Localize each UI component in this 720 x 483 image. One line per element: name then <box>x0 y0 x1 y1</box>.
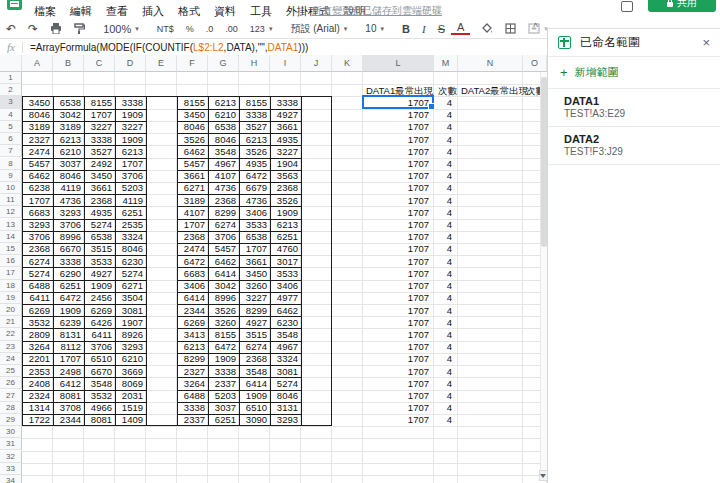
grid-cell[interactable]: 1314 <box>22 402 53 414</box>
grid-cell[interactable]: 6274 <box>22 256 53 268</box>
result-cell[interactable]: 1707 <box>363 353 434 365</box>
result-cell[interactable]: 4 <box>434 170 458 182</box>
result-cell[interactable]: 1707 <box>363 219 434 231</box>
grid-cell[interactable]: 8299 <box>239 305 270 317</box>
result-cell[interactable]: 4 <box>434 97 458 109</box>
grid-cell[interactable]: 3533 <box>84 256 115 268</box>
result-cell[interactable]: 1707 <box>363 121 434 133</box>
grid-cell[interactable]: 6411 <box>84 329 115 341</box>
row-header-22[interactable]: 22 <box>0 328 22 340</box>
grid-cell[interactable]: 2031 <box>115 390 146 402</box>
col-header-D[interactable]: D <box>115 55 146 72</box>
grid-cell[interactable]: 2324 <box>22 390 53 402</box>
grid-cell[interactable]: 6683 <box>177 268 208 280</box>
col-header-I[interactable]: I <box>270 55 301 72</box>
grid-cell[interactable]: 3533 <box>239 219 270 231</box>
increase-decimal-button[interactable]: .00 <box>219 24 244 34</box>
grid-cell[interactable]: 6472 <box>208 341 239 353</box>
grid-cell[interactable]: 3450 <box>22 97 53 109</box>
grid-cell[interactable]: 6472 <box>53 292 84 304</box>
row-header-21[interactable]: 21 <box>0 316 22 328</box>
grid-cell[interactable]: 6274 <box>239 341 270 353</box>
print-icon[interactable] <box>44 23 68 34</box>
grid-cell[interactable]: 1707 <box>84 109 115 121</box>
grid-cell[interactable]: 8926 <box>115 329 146 341</box>
row-header-25[interactable]: 25 <box>0 365 22 377</box>
grid-cell[interactable]: 3189 <box>177 195 208 207</box>
grid-cell[interactable]: 8046 <box>53 170 84 182</box>
grid-cell[interactable]: 3324 <box>115 231 146 243</box>
save-status[interactable]: 所有變更都已儲存到雲端硬碟 <box>312 4 442 18</box>
grid-cell[interactable]: 6230 <box>270 317 301 329</box>
result-cell[interactable]: 1707 <box>363 366 434 378</box>
col-header-N[interactable]: N <box>458 55 523 72</box>
result-cell[interactable]: 4 <box>434 256 458 268</box>
grid-cell[interactable]: 3706 <box>84 341 115 353</box>
grid-cell[interactable]: 4107 <box>177 207 208 219</box>
grid-cell[interactable]: 3515 <box>239 329 270 341</box>
grid-cell[interactable]: 6251 <box>115 207 146 219</box>
result-cell[interactable]: 4 <box>434 402 458 414</box>
grid-cell[interactable]: 8046 <box>208 134 239 146</box>
grid-cell[interactable]: 1707 <box>22 195 53 207</box>
grid-cell[interactable]: 3661 <box>270 121 301 133</box>
grid-cell[interactable]: 6271 <box>177 182 208 194</box>
col-header-H[interactable]: H <box>239 55 270 72</box>
decrease-decimal-button[interactable]: .0 <box>200 24 220 34</box>
result-cell[interactable]: 4 <box>434 280 458 292</box>
spreadsheet-grid[interactable]: ABCDEFGHIJKLMNO1234567891011121314151617… <box>0 55 548 483</box>
result-cell[interactable]: 1707 <box>363 305 434 317</box>
grid-cell[interactable]: 3131 <box>270 402 301 414</box>
grid-cell[interactable]: 8155 <box>239 97 270 109</box>
grid-cell[interactable]: 3090 <box>239 414 270 426</box>
result-cell[interactable]: 1707 <box>363 182 434 194</box>
grid-cell[interactable]: 3227 <box>270 146 301 158</box>
grid-cell[interactable]: 2327 <box>177 366 208 378</box>
grid-cell[interactable]: 3526 <box>239 146 270 158</box>
grid-cell[interactable]: 2368 <box>22 243 53 255</box>
grid-cell[interactable]: 6230 <box>115 256 146 268</box>
grid-cell[interactable]: 3017 <box>270 256 301 268</box>
grid-cell[interactable]: 1909 <box>208 353 239 365</box>
grid-cell[interactable]: 6412 <box>53 378 84 390</box>
grid-cell[interactable]: 8046 <box>115 243 146 255</box>
grid-cell[interactable]: 1707 <box>53 353 84 365</box>
row-header-34[interactable]: 34 <box>0 475 22 483</box>
grid-cell[interactable]: 3661 <box>239 256 270 268</box>
grid-cell[interactable]: 2492 <box>84 158 115 170</box>
grid-cell[interactable]: 3563 <box>270 170 301 182</box>
format-percent-button[interactable]: % <box>180 24 200 34</box>
named-range-data1[interactable]: DATA1 TEST!A3:E29 <box>548 89 720 126</box>
strikethrough-button[interactable]: S <box>432 23 451 35</box>
result-cell[interactable]: 1707 <box>363 231 434 243</box>
grid-cell[interactable]: 3042 <box>53 109 84 121</box>
grid-cell[interactable]: 4119 <box>115 195 146 207</box>
grid-cell[interactable]: 2408 <box>22 378 53 390</box>
grid-cell[interactable]: 8996 <box>53 231 84 243</box>
grid-cell[interactable]: 3706 <box>115 170 146 182</box>
result-cell[interactable]: 1707 <box>363 390 434 402</box>
menu-view[interactable]: 查看 <box>100 3 134 20</box>
result-cell[interactable]: 4 <box>434 414 458 426</box>
col-header-O[interactable]: O <box>523 55 547 72</box>
grid-cell[interactable]: 4736 <box>239 195 270 207</box>
grid-cell[interactable]: 3227 <box>115 121 146 133</box>
grid-cell[interactable]: 6213 <box>239 134 270 146</box>
grid-cell[interactable]: 3037 <box>53 158 84 170</box>
grid-cell[interactable]: 4966 <box>84 402 115 414</box>
grid-cell[interactable]: 6269 <box>177 317 208 329</box>
grid-cell[interactable]: 3450 <box>239 268 270 280</box>
grid-cell[interactable]: 2368 <box>239 353 270 365</box>
row-header-18[interactable]: 18 <box>0 280 22 292</box>
grid-cell[interactable]: 3227 <box>239 292 270 304</box>
grid-cell[interactable]: 4736 <box>53 195 84 207</box>
grid-cell[interactable]: 3293 <box>53 207 84 219</box>
grid-cell[interactable]: 4736 <box>208 182 239 194</box>
grid-cell[interactable]: 3661 <box>84 182 115 194</box>
row-header-12[interactable]: 12 <box>0 206 22 218</box>
grid-cell[interactable]: 1909 <box>239 390 270 402</box>
grid-cell[interactable]: 3532 <box>22 317 53 329</box>
grid-cell[interactable]: 6488 <box>177 390 208 402</box>
bold-button[interactable]: B <box>396 23 416 35</box>
grid-cell[interactable]: 8996 <box>208 292 239 304</box>
